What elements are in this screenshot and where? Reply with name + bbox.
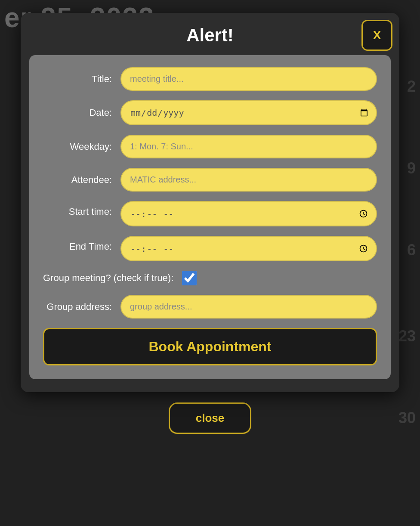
modal-title: Alert! [186, 25, 234, 46]
weekday-input[interactable] [120, 135, 377, 158]
title-input[interactable] [120, 67, 377, 91]
group-address-row: Group address: [43, 295, 377, 319]
date-label: Date: [43, 107, 112, 118]
modal-wrapper: Alert! X Title: Date: Weekday: Attende [21, 13, 399, 434]
close-x-button[interactable]: X [361, 20, 392, 51]
attendee-input[interactable] [120, 168, 377, 192]
date-input[interactable] [120, 100, 377, 125]
group-address-input[interactable] [120, 295, 377, 319]
book-appointment-button[interactable]: Book Appointment [43, 328, 377, 365]
title-label: Title: [43, 74, 112, 85]
title-row: Title: [43, 67, 377, 91]
end-time-row: End Time: [43, 236, 377, 261]
attendee-row: Attendee: [43, 168, 377, 192]
weekday-label: Weekday: [43, 141, 112, 152]
date-row: Date: [43, 100, 377, 125]
group-address-label: Group address: [43, 301, 112, 313]
start-time-row: Start time: [43, 201, 377, 226]
end-time-input[interactable] [120, 236, 377, 261]
alert-modal: Alert! X Title: Date: Weekday: Attende [21, 13, 399, 392]
group-meeting-row: Group meeting? (check if true): [43, 271, 377, 285]
close-button[interactable]: close [169, 402, 252, 434]
modal-header: Alert! X [21, 13, 399, 55]
end-time-label: End Time: [43, 236, 112, 252]
group-meeting-checkbox[interactable] [182, 271, 197, 285]
group-meeting-label: Group meeting? (check if true): [43, 272, 173, 284]
start-time-input[interactable] [120, 201, 377, 226]
attendee-label: Attendee: [43, 174, 112, 186]
start-time-label: Start time: [43, 201, 112, 217]
weekday-row: Weekday: [43, 135, 377, 158]
modal-card: Title: Date: Weekday: Attendee: Start ti… [29, 55, 391, 379]
